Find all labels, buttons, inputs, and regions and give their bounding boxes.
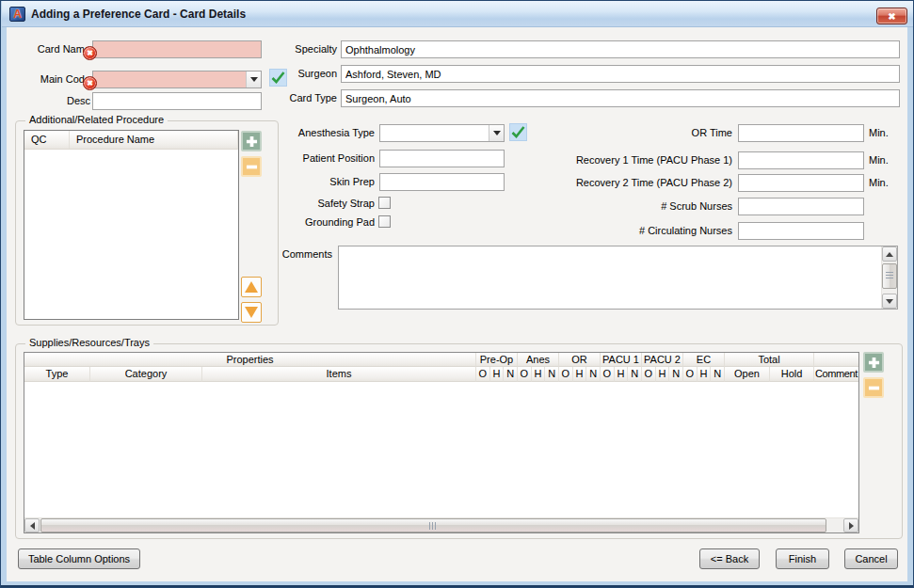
skin-prep-label: Skin Prep [280, 176, 375, 188]
scroll-right-button[interactable] [843, 518, 858, 532]
column-h[interactable]: H [532, 367, 546, 382]
column-type[interactable]: Type [24, 367, 90, 382]
comments-text[interactable] [341, 248, 878, 307]
safety-strap-label: Safety Strap [280, 198, 375, 210]
procedure-remove-button[interactable] [241, 156, 262, 177]
supplies-table-body[interactable] [24, 382, 858, 504]
patient-position-input[interactable] [379, 150, 505, 167]
supplies-remove-button[interactable] [863, 377, 884, 398]
grounding-pad-checkbox[interactable] [378, 215, 391, 228]
column-n[interactable]: N [711, 367, 725, 382]
titlebar[interactable]: A Adding a Preference Card - Card Detail… [2, 1, 913, 27]
column-comment[interactable]: Comment [814, 367, 858, 382]
recovery2-input[interactable] [738, 174, 864, 192]
main-code-combobox[interactable] [92, 71, 262, 88]
column-hold[interactable]: Hold [770, 367, 814, 382]
recovery1-unit: Min. [869, 154, 897, 167]
or-time-label: OR Time [564, 127, 732, 139]
procedures-column-name[interactable]: Procedure Name [70, 131, 238, 149]
procedure-move-down-button[interactable] [241, 302, 262, 323]
header-preop[interactable]: Pre-Op [476, 353, 518, 367]
ohn-group-pacu1: O H N [601, 367, 642, 382]
ohn-group-anes: O H N [518, 367, 559, 382]
procedures-table-body[interactable] [24, 150, 238, 319]
scroll-down-button[interactable] [882, 294, 897, 309]
anesthesia-verify-button[interactable] [509, 123, 527, 141]
close-button[interactable]: ✖ [876, 8, 907, 24]
column-o[interactable]: O [601, 367, 615, 382]
column-n[interactable]: N [586, 367, 601, 382]
comments-scrollbar[interactable] [881, 246, 897, 309]
checkmark-icon [511, 126, 525, 138]
column-h[interactable]: H [698, 367, 712, 382]
specialty-label: Specialty [261, 43, 337, 56]
column-h[interactable]: H [656, 367, 670, 382]
supplies-add-button[interactable] [863, 352, 884, 373]
recovery1-label: Recovery 1 Time (PACU Phase 1) [526, 154, 732, 167]
skin-prep-input[interactable] [379, 173, 505, 191]
ohn-group-or: O H N [559, 367, 601, 382]
column-n[interactable]: N [669, 367, 683, 382]
supplies-horizontal-scrollbar[interactable] [24, 517, 858, 532]
column-n[interactable]: N [545, 367, 559, 382]
card-type-label: Card Type [261, 92, 337, 104]
card-name-input[interactable] [92, 40, 262, 58]
minus-icon [246, 161, 258, 173]
back-button[interactable]: <= Back [699, 548, 760, 569]
scrub-nurses-input[interactable] [738, 198, 864, 215]
procedures-column-qc[interactable]: QC [24, 131, 70, 149]
scroll-up-icon [886, 252, 893, 257]
column-n[interactable]: N [504, 367, 518, 382]
table-column-options-button[interactable]: Table Column Options [18, 548, 140, 569]
header-total[interactable]: Total [725, 353, 814, 367]
column-items[interactable]: Items [202, 367, 476, 382]
safety-strap-checkbox[interactable] [378, 197, 391, 209]
procedure-move-up-button[interactable] [241, 277, 262, 297]
main-code-dropdown-button[interactable] [246, 72, 261, 87]
anesthesia-type-combobox[interactable] [379, 124, 505, 142]
column-o[interactable]: O [683, 367, 698, 382]
column-o[interactable]: O [559, 367, 573, 382]
surgeon-label: Surgeon [261, 68, 337, 80]
scrollbar-thumb[interactable] [40, 518, 826, 532]
procedure-add-button[interactable] [241, 131, 262, 151]
finish-button[interactable]: Finish [776, 548, 829, 569]
card-name-error-icon: ✖ [83, 46, 97, 60]
or-time-input[interactable] [738, 124, 864, 142]
main-code-error-icon: ✖ [83, 76, 97, 90]
column-n[interactable]: N [628, 367, 642, 382]
header-or[interactable]: OR [559, 353, 601, 367]
header-blank [814, 353, 858, 367]
circulating-nurses-input[interactable] [738, 222, 864, 240]
card-name-label: Card Name [18, 43, 90, 56]
header-properties[interactable]: Properties [24, 353, 476, 367]
scrollbar-thumb[interactable] [882, 263, 897, 289]
recovery1-input[interactable] [738, 151, 864, 169]
column-o[interactable]: O [642, 367, 656, 382]
column-h[interactable]: H [615, 367, 629, 382]
column-h[interactable]: H [573, 367, 587, 382]
patient-position-label: Patient Position [280, 152, 375, 165]
scroll-left-icon [30, 522, 35, 530]
thumb-grip-icon [429, 522, 438, 530]
recovery2-unit: Min. [869, 177, 897, 189]
anesthesia-dropdown-button[interactable] [489, 125, 504, 141]
scroll-left-button[interactable] [24, 518, 40, 532]
header-pacu2[interactable]: PACU 2 [642, 353, 683, 367]
header-ec[interactable]: EC [683, 353, 725, 367]
recovery2-label: Recovery 2 Time (PACU Phase 2) [526, 177, 732, 189]
desc-input[interactable] [92, 92, 262, 110]
supplies-header-columns: Type Category Items O H N O H N O H N O … [24, 367, 858, 382]
column-category[interactable]: Category [90, 367, 202, 382]
cancel-button[interactable]: Cancel [844, 548, 898, 569]
column-h[interactable]: H [490, 367, 505, 382]
plus-icon [868, 357, 880, 369]
column-o[interactable]: O [518, 367, 532, 382]
window-title: Adding a Preference Card - Card Details [31, 8, 246, 21]
scroll-up-button[interactable] [882, 246, 897, 262]
column-open[interactable]: Open [725, 367, 770, 382]
header-pacu1[interactable]: PACU 1 [601, 353, 642, 367]
column-o[interactable]: O [476, 367, 490, 382]
header-anes[interactable]: Anes [518, 353, 559, 367]
comments-textarea[interactable] [338, 246, 898, 310]
